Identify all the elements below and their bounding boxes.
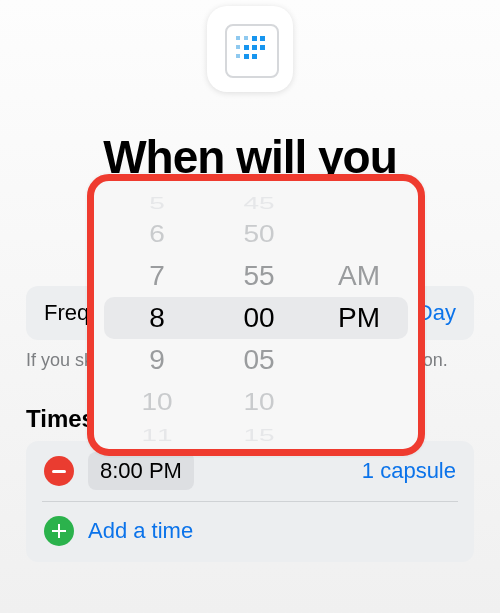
add-time-icon[interactable] (44, 516, 74, 546)
picker-ampm-wheel[interactable]: AM PM (316, 181, 402, 449)
medication-schedule-screen: When will you Frequency Every Day If you… (0, 0, 500, 613)
add-time-label: Add a time (88, 518, 193, 544)
picker-minute-wheel[interactable]: 45 50 55 00 05 10 15 (214, 181, 304, 449)
picker-hour-selected: 8 (112, 297, 202, 339)
dose-value[interactable]: 1 capsule (362, 458, 456, 484)
time-value-pill[interactable]: 8:00 PM (88, 452, 194, 490)
times-heading: Times (26, 405, 95, 433)
picker-hour-wheel[interactable]: 5 6 7 8 9 10 11 (112, 181, 202, 449)
time-picker[interactable]: 5 6 7 8 9 10 11 45 50 55 00 05 10 15 AM … (87, 174, 425, 456)
picker-ampm-selected: PM (316, 297, 402, 339)
picker-minute-selected: 00 (214, 297, 304, 339)
calendar-icon (207, 6, 293, 92)
add-time-row[interactable]: Add a time (26, 501, 474, 561)
times-card: 8:00 PM 1 capsule Add a time (26, 441, 474, 562)
remove-time-icon[interactable] (44, 456, 74, 486)
